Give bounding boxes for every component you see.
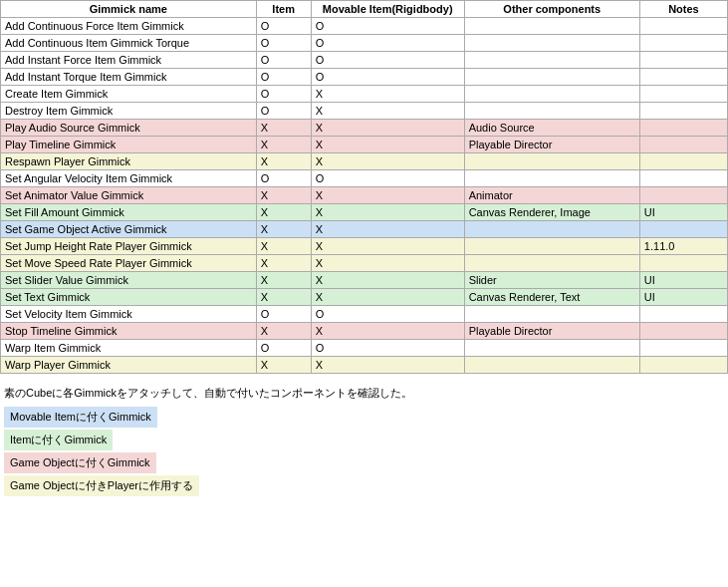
cell-movable: X: [311, 255, 464, 272]
cell-other: Audio Source: [464, 120, 639, 137]
table-row: Warp Player GimmickXX: [1, 357, 728, 374]
table-row: Add Continuous Force Item GimmickOO: [1, 18, 728, 35]
cell-item: O: [256, 35, 311, 52]
table-row: Set Slider Value GimmickXXSliderUI: [1, 272, 728, 289]
legend-description: 素のCubeに各Gimmickをアタッチして、自動で付いたコンポーネントを確認し…: [4, 386, 724, 401]
cell-gimmick-name: Set Move Speed Rate Player Gimmick: [1, 255, 257, 272]
cell-movable: X: [311, 272, 464, 289]
cell-movable: X: [311, 238, 464, 255]
cell-other: [464, 306, 639, 323]
cell-other: [464, 103, 639, 120]
cell-movable: X: [311, 357, 464, 374]
legend-item: Game Objectに付きPlayerに作用する: [4, 475, 199, 496]
cell-other: [464, 69, 639, 86]
cell-notes: [639, 137, 727, 153]
cell-gimmick-name: Stop Timeline Gimmick: [1, 323, 257, 340]
legend-section: 素のCubeに各Gimmickをアタッチして、自動で付いたコンポーネントを確認し…: [0, 382, 728, 502]
cell-item: O: [256, 306, 311, 323]
cell-gimmick-name: Create Item Gimmick: [1, 86, 257, 103]
table-row: Set Text GimmickXXCanvas Renderer, TextU…: [1, 289, 728, 306]
cell-notes: [639, 323, 727, 340]
gimmick-table: Gimmick name Item Movable Item(Rigidbody…: [0, 0, 728, 374]
cell-gimmick-name: Play Timeline Gimmick: [1, 137, 257, 153]
cell-item: X: [256, 120, 311, 137]
cell-other: [464, 35, 639, 52]
cell-movable: X: [311, 120, 464, 137]
table-row: Set Fill Amount GimmickXXCanvas Renderer…: [1, 204, 728, 221]
cell-movable: X: [311, 323, 464, 340]
cell-item: X: [256, 187, 311, 204]
cell-gimmick-name: Set Jump Height Rate Player Gimmick: [1, 238, 257, 255]
cell-item: O: [256, 52, 311, 69]
cell-notes: [639, 187, 727, 204]
cell-gimmick-name: Set Animator Value Gimmick: [1, 187, 257, 204]
cell-item: X: [256, 238, 311, 255]
cell-movable: O: [311, 35, 464, 52]
cell-gimmick-name: Set Fill Amount Gimmick: [1, 204, 257, 221]
cell-notes: [639, 86, 727, 103]
cell-notes: [639, 103, 727, 120]
cell-movable: X: [311, 103, 464, 120]
cell-notes: 1.11.0: [639, 238, 727, 255]
cell-gimmick-name: Warp Item Gimmick: [1, 340, 257, 357]
cell-other: Playable Director: [464, 323, 639, 340]
header-item: Item: [256, 1, 311, 18]
table-row: Respawn Player GimmickXX: [1, 153, 728, 170]
cell-notes: [639, 170, 727, 187]
cell-item: X: [256, 204, 311, 221]
cell-notes: [639, 69, 727, 86]
cell-gimmick-name: Play Audio Source Gimmick: [1, 120, 257, 137]
legend-item: Movable Itemに付くGimmick: [4, 407, 157, 428]
cell-other: [464, 357, 639, 374]
cell-notes: [639, 153, 727, 170]
cell-movable: X: [311, 289, 464, 306]
cell-gimmick-name: Add Continuous Item Gimmick Torque: [1, 35, 257, 52]
cell-notes: [639, 340, 727, 357]
cell-gimmick-name: Set Text Gimmick: [1, 289, 257, 306]
cell-item: X: [256, 137, 311, 153]
cell-movable: X: [311, 153, 464, 170]
cell-notes: [639, 35, 727, 52]
cell-notes: [639, 255, 727, 272]
cell-item: X: [256, 357, 311, 374]
cell-movable: O: [311, 306, 464, 323]
cell-other: Playable Director: [464, 137, 639, 153]
header-movable: Movable Item(Rigidbody): [311, 1, 464, 18]
cell-notes: [639, 306, 727, 323]
cell-notes: UI: [639, 272, 727, 289]
cell-notes: [639, 18, 727, 35]
cell-other: [464, 170, 639, 187]
cell-notes: UI: [639, 289, 727, 306]
cell-gimmick-name: Add Continuous Force Item Gimmick: [1, 18, 257, 35]
cell-item: O: [256, 103, 311, 120]
table-row: Set Move Speed Rate Player GimmickXX: [1, 255, 728, 272]
cell-gimmick-name: Set Game Object Active Gimmick: [1, 221, 257, 238]
cell-gimmick-name: Set Velocity Item Gimmick: [1, 306, 257, 323]
cell-movable: X: [311, 86, 464, 103]
cell-other: Canvas Renderer, Text: [464, 289, 639, 306]
table-row: Add Instant Torque Item GimmickOO: [1, 69, 728, 86]
cell-notes: UI: [639, 204, 727, 221]
header-gimmick-name: Gimmick name: [1, 1, 257, 18]
cell-gimmick-name: Set Slider Value Gimmick: [1, 272, 257, 289]
cell-movable: X: [311, 137, 464, 153]
table-row: Set Velocity Item GimmickOO: [1, 306, 728, 323]
cell-item: X: [256, 323, 311, 340]
cell-movable: X: [311, 187, 464, 204]
cell-movable: X: [311, 204, 464, 221]
table-row: Set Angular Velocity Item GimmickOO: [1, 170, 728, 187]
cell-other: [464, 52, 639, 69]
legend-item: Game Objectに付くGimmick: [4, 452, 156, 473]
cell-other: Canvas Renderer, Image: [464, 204, 639, 221]
cell-item: O: [256, 86, 311, 103]
cell-notes: [639, 52, 727, 69]
table-row: Stop Timeline GimmickXXPlayable Director: [1, 323, 728, 340]
cell-notes: [639, 120, 727, 137]
cell-other: [464, 221, 639, 238]
cell-other: [464, 255, 639, 272]
cell-notes: [639, 357, 727, 374]
cell-other: [464, 238, 639, 255]
cell-movable: O: [311, 340, 464, 357]
cell-gimmick-name: Respawn Player Gimmick: [1, 153, 257, 170]
cell-item: O: [256, 340, 311, 357]
